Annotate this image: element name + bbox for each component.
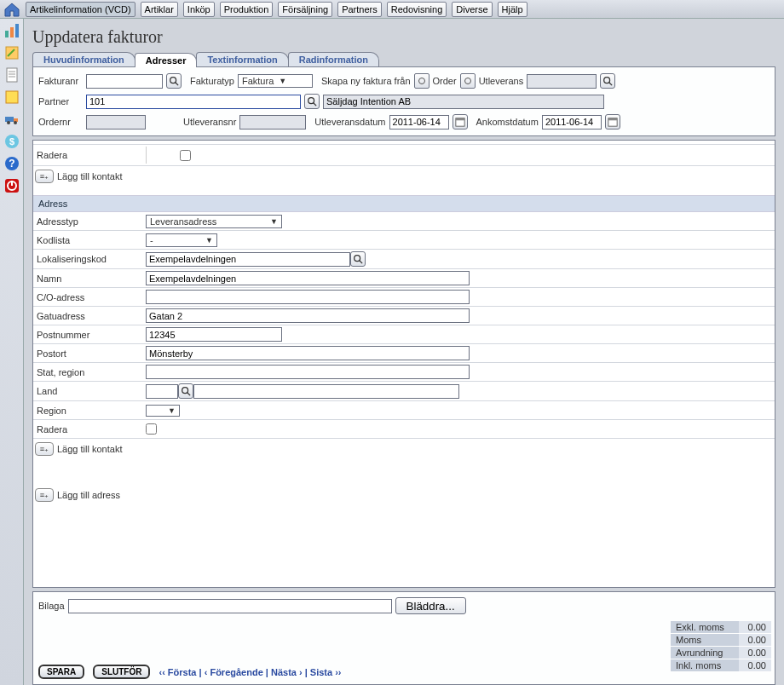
menu-hjalp[interactable]: Hjälp: [498, 2, 527, 17]
menu-redovisning[interactable]: Redovisning: [387, 2, 447, 17]
tab-huvudinfo[interactable]: Huvudinformation: [32, 52, 135, 66]
partner-label: Partner: [38, 96, 83, 106]
ankomstdatum-calendar-icon[interactable]: [605, 114, 620, 130]
add-address[interactable]: ≡₊ Lägg till adress: [33, 485, 775, 505]
adresstyp-label: Adresstyp: [37, 216, 146, 227]
nav-first[interactable]: ‹‹ Första: [159, 667, 196, 677]
tab-adresser[interactable]: Adresser: [135, 53, 198, 67]
add-icon: ≡₊: [35, 170, 54, 183]
total-moms-value: 0.00: [739, 634, 771, 647]
partner-name: [323, 95, 604, 109]
fakturatyp-select[interactable]: Faktura▼: [238, 74, 313, 88]
svg-line-25: [314, 103, 316, 106]
skapa-label: Skapa ny faktura från: [321, 76, 411, 86]
svg-rect-0: [5, 31, 9, 37]
help-icon[interactable]: ?: [3, 155, 20, 172]
postort-label: Postort: [37, 348, 146, 359]
partner-input[interactable]: [86, 95, 301, 109]
fakturatyp-label: Fakturatyp: [190, 76, 234, 86]
skapa-input[interactable]: [527, 74, 597, 89]
menu-partners[interactable]: Partners: [337, 2, 382, 17]
spara-button[interactable]: SPARA: [38, 665, 84, 679]
svg-line-23: [609, 83, 612, 85]
menu-forsaljning[interactable]: Försäljning: [278, 2, 332, 17]
menu-inkop[interactable]: Inköp: [183, 2, 215, 17]
doc-icon[interactable]: [3, 66, 20, 83]
lokaliseringskod-input[interactable]: [146, 252, 350, 267]
svg-point-24: [308, 98, 314, 104]
utleveransnr-label: Utleveransnr: [183, 117, 236, 127]
fakturanr-input[interactable]: [86, 74, 163, 89]
top-menu: Artikelinformation (VCD) Artiklar Inköp …: [0, 0, 784, 19]
address-scroll-area[interactable]: Radera ≡₊ Lägg till kontakt Adress Adres…: [32, 140, 775, 588]
total-avr-label: Avrundning: [671, 647, 739, 659]
paint-icon[interactable]: [3, 89, 20, 106]
fakturanr-search-icon[interactable]: [166, 73, 182, 89]
add-address-label: Lägg till adress: [57, 490, 120, 500]
power-icon[interactable]: [3, 177, 20, 194]
ordernr-label: Ordernr: [38, 117, 83, 127]
utlevdatum-calendar-icon[interactable]: [453, 114, 468, 130]
utlev-label: Utleverans: [479, 76, 524, 86]
ordernr-input[interactable]: [86, 115, 146, 130]
add-contact-top[interactable]: ≡₊ Lägg till kontakt: [33, 166, 775, 187]
svg-text:$: $: [9, 136, 14, 147]
svg-rect-9: [5, 117, 14, 122]
utlev-radio[interactable]: [460, 73, 476, 89]
menu-produktion[interactable]: Produktion: [220, 2, 274, 17]
utleveransdatum-input[interactable]: [389, 115, 449, 130]
utleveransnr-input[interactable]: [239, 115, 306, 130]
header-panel: Fakturanr Fakturatyp Faktura▼ Skapa ny f…: [32, 66, 775, 136]
nav-next[interactable]: Nästa ›: [271, 667, 303, 677]
region-select[interactable]: ▼: [146, 405, 180, 417]
land-name-input[interactable]: [193, 384, 459, 399]
land-label: Land: [37, 386, 146, 396]
slutfor-button[interactable]: SLUTFÖR: [93, 665, 150, 679]
add-icon: ≡₊: [35, 488, 54, 502]
home-icon[interactable]: [3, 2, 20, 17]
ankomstdatum-label: Ankomstdatum: [476, 117, 539, 127]
lokaliseringskod-search-icon[interactable]: [350, 251, 366, 267]
nav-prev[interactable]: ‹ Föregående: [205, 667, 263, 677]
svg-rect-1: [10, 27, 14, 37]
gatu-input[interactable]: [146, 308, 470, 323]
co-label: C/O-adress: [37, 292, 146, 302]
namn-input[interactable]: [146, 271, 470, 285]
note-icon[interactable]: [3, 44, 20, 61]
menu-diverse[interactable]: Diverse: [452, 2, 492, 17]
svg-rect-29: [608, 118, 617, 121]
bilaga-input[interactable]: [68, 599, 392, 613]
svg-line-21: [176, 83, 178, 85]
add-contact-label: Lägg till kontakt: [57, 171, 122, 181]
svg-point-12: [14, 121, 17, 124]
menu-artikelinfo[interactable]: Artikelinformation (VCD): [26, 2, 135, 17]
chart-icon[interactable]: [3, 22, 20, 39]
land-search-icon[interactable]: [178, 383, 193, 399]
skapa-search-icon[interactable]: [600, 73, 615, 89]
lokaliseringskod-label: Lokaliseringskod: [37, 254, 146, 264]
tab-radinfo[interactable]: Radinformation: [288, 52, 379, 66]
dollar-icon[interactable]: $: [3, 133, 20, 150]
radera-checkbox[interactable]: [146, 423, 157, 435]
order-radio[interactable]: [414, 73, 429, 89]
region-label: Region: [37, 406, 146, 416]
add-contact-bottom[interactable]: ≡₊ Lägg till kontakt: [33, 439, 775, 459]
nav-last[interactable]: Sista ››: [310, 667, 342, 677]
land-code-input[interactable]: [146, 384, 178, 399]
co-input[interactable]: [146, 290, 470, 304]
stat-input[interactable]: [146, 365, 470, 379]
kodlista-select[interactable]: -▼: [146, 233, 217, 247]
adresstyp-select[interactable]: Leveransadress▼: [146, 215, 282, 228]
ankomstdatum-input[interactable]: [542, 115, 602, 130]
postort-input[interactable]: [146, 346, 470, 360]
browse-button[interactable]: Bläddra...: [395, 597, 466, 614]
tab-textinfo[interactable]: Textinformation: [196, 52, 288, 66]
menu-artiklar[interactable]: Artiklar: [141, 2, 178, 17]
partner-search-icon[interactable]: [304, 94, 320, 109]
radera-top-checkbox[interactable]: [180, 150, 191, 161]
postnr-input[interactable]: [146, 327, 282, 342]
svg-line-33: [187, 393, 190, 395]
svg-point-11: [7, 121, 10, 124]
adress-section-header: Adress: [33, 195, 775, 212]
truck-icon[interactable]: [3, 111, 20, 128]
